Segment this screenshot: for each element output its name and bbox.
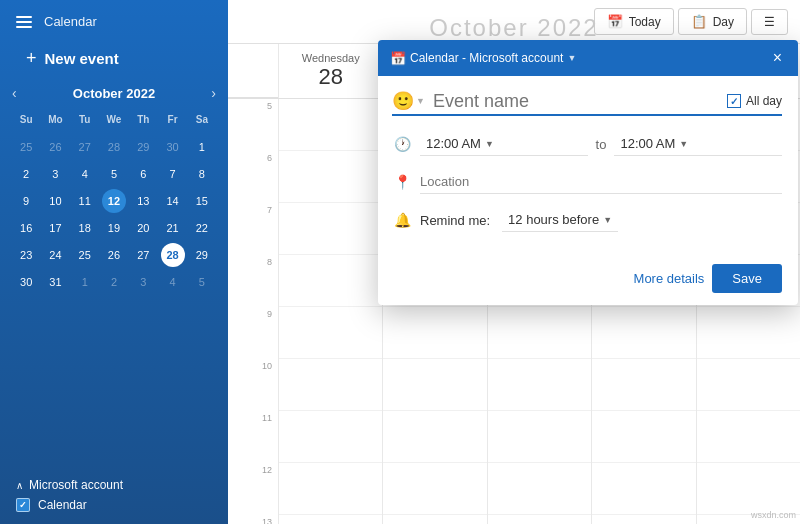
mini-cal-day[interactable]: 27 — [131, 243, 155, 267]
mini-cal-header: ‹ October 2022 › — [12, 85, 216, 101]
mini-cal-day[interactable]: 9 — [14, 189, 38, 213]
mini-cal-month: October 2022 — [73, 86, 155, 101]
emoji-button[interactable]: 🙂 ▼ — [392, 90, 425, 112]
time-9: 9 — [228, 307, 278, 359]
mini-cal-day[interactable]: 16 — [14, 216, 38, 240]
dialog-title-left: 📅 Calendar - Microsoft account ▼ — [390, 51, 576, 66]
mini-cal-day[interactable]: 29 — [190, 243, 214, 267]
mini-cal-day[interactable]: 3 — [131, 270, 155, 294]
sidebar-header: Calendar — [0, 0, 228, 37]
mini-cal-day[interactable]: 21 — [161, 216, 185, 240]
mini-cal-day[interactable]: 12 — [102, 189, 126, 213]
mini-cal-grid: SuMoTuWeThFrSa25262728293012345678910111… — [12, 107, 216, 295]
mini-cal-day[interactable]: 24 — [43, 243, 67, 267]
hamburger-button[interactable] — [16, 16, 32, 28]
mini-cal-day[interactable]: 20 — [131, 216, 155, 240]
mini-cal-day[interactable]: 8 — [190, 162, 214, 186]
mini-cal-day[interactable]: 5 — [190, 270, 214, 294]
remind-row: 🔔 Remind me: 12 hours before ▼ — [392, 206, 782, 234]
account-section-label: Microsoft account — [29, 478, 123, 492]
mini-cal-day[interactable]: 10 — [43, 189, 67, 213]
mini-cal-day[interactable]: 29 — [131, 135, 155, 159]
mini-cal-day[interactable]: 1 — [190, 135, 214, 159]
mini-cal-day-header: Su — [14, 108, 38, 132]
mini-cal-day[interactable]: 28 — [102, 135, 126, 159]
mini-cal-day[interactable]: 28 — [161, 243, 185, 267]
save-button[interactable]: Save — [712, 264, 782, 293]
location-input[interactable] — [420, 170, 782, 194]
mini-cal-day[interactable]: 13 — [131, 189, 155, 213]
mini-calendar: ‹ October 2022 › SuMoTuWeThFrSa252627282… — [0, 85, 228, 295]
mini-cal-day[interactable]: 19 — [102, 216, 126, 240]
all-day-checkbox[interactable] — [727, 94, 741, 108]
time-11: 11 — [228, 411, 278, 463]
mini-cal-day[interactable]: 27 — [73, 135, 97, 159]
mini-cal-day-header: Fr — [161, 108, 185, 132]
mini-cal-day[interactable]: 17 — [43, 216, 67, 240]
remind-label: Remind me: — [420, 213, 490, 228]
time-5: 5 — [228, 99, 278, 151]
more-views-button[interactable]: ☰ — [751, 9, 788, 35]
mini-cal-day[interactable]: 30 — [14, 270, 38, 294]
end-time-arrow: ▼ — [679, 139, 688, 149]
mini-cal-day-header: Th — [131, 108, 155, 132]
start-time-select[interactable]: 12:00 AM ▼ — [420, 132, 588, 156]
mini-cal-prev[interactable]: ‹ — [12, 85, 17, 101]
mini-cal-day[interactable]: 23 — [14, 243, 38, 267]
day-view-icon: 📋 — [691, 14, 707, 29]
remind-arrow: ▼ — [603, 215, 612, 225]
calendar-account-item[interactable]: Calendar — [16, 498, 212, 512]
mini-cal-day[interactable]: 26 — [43, 135, 67, 159]
mini-cal-day[interactable]: 11 — [73, 189, 97, 213]
accounts-section: ∧ Microsoft account Calendar — [0, 466, 228, 524]
new-event-button[interactable]: + New event — [16, 43, 212, 73]
day-label: Day — [713, 15, 734, 29]
location-row: 📍 — [392, 168, 782, 196]
time-8: 8 — [228, 255, 278, 307]
event-dialog: 📅 Calendar - Microsoft account ▼ × 🙂 ▼ A… — [378, 40, 798, 305]
event-name-row: 🙂 ▼ All day — [392, 90, 782, 116]
mini-cal-day[interactable]: 22 — [190, 216, 214, 240]
mini-cal-day[interactable]: 4 — [161, 270, 185, 294]
day-button[interactable]: 📋 Day — [678, 8, 747, 35]
remind-select[interactable]: 12 hours before ▼ — [502, 208, 618, 232]
mini-cal-day[interactable]: 5 — [102, 162, 126, 186]
location-icon: 📍 — [392, 174, 412, 190]
mini-cal-day[interactable]: 2 — [102, 270, 126, 294]
account-header[interactable]: ∧ Microsoft account — [16, 478, 212, 492]
today-button[interactable]: 📅 Today — [594, 8, 674, 35]
grid-col-1[interactable] — [278, 99, 382, 524]
today-label: Today — [629, 15, 661, 29]
time-10: 10 — [228, 359, 278, 411]
mini-cal-day[interactable]: 31 — [43, 270, 67, 294]
mini-cal-next[interactable]: › — [211, 85, 216, 101]
mini-cal-day[interactable]: 3 — [43, 162, 67, 186]
clock-icon: 🕐 — [392, 136, 412, 152]
mini-cal-day[interactable]: 14 — [161, 189, 185, 213]
calendar-label: Calendar — [38, 498, 87, 512]
mini-cal-day[interactable]: 18 — [73, 216, 97, 240]
start-time-value: 12:00 AM — [426, 136, 481, 151]
event-name-input[interactable] — [433, 91, 719, 112]
time-row: 🕐 12:00 AM ▼ to 12:00 AM ▼ — [392, 130, 782, 158]
mini-cal-day[interactable]: 2 — [14, 162, 38, 186]
wed-label: Wednesday — [283, 52, 378, 64]
dialog-dropdown-arrow[interactable]: ▼ — [567, 53, 576, 63]
more-views-icon: ☰ — [764, 15, 775, 29]
mini-cal-day[interactable]: 25 — [73, 243, 97, 267]
more-details-button[interactable]: More details — [634, 271, 705, 286]
dialog-close-button[interactable]: × — [769, 48, 786, 68]
mini-cal-day[interactable]: 25 — [14, 135, 38, 159]
dialog-title-text: Calendar - Microsoft account — [410, 51, 563, 65]
mini-cal-day[interactable]: 15 — [190, 189, 214, 213]
calendar-checkbox[interactable] — [16, 498, 30, 512]
mini-cal-day-header: Sa — [190, 108, 214, 132]
mini-cal-day[interactable]: 26 — [102, 243, 126, 267]
end-time-select[interactable]: 12:00 AM ▼ — [614, 132, 782, 156]
mini-cal-day[interactable]: 30 — [161, 135, 185, 159]
mini-cal-day[interactable]: 4 — [73, 162, 97, 186]
mini-cal-day[interactable]: 6 — [131, 162, 155, 186]
mini-cal-day[interactable]: 1 — [73, 270, 97, 294]
mini-cal-day[interactable]: 7 — [161, 162, 185, 186]
time-7: 7 — [228, 203, 278, 255]
